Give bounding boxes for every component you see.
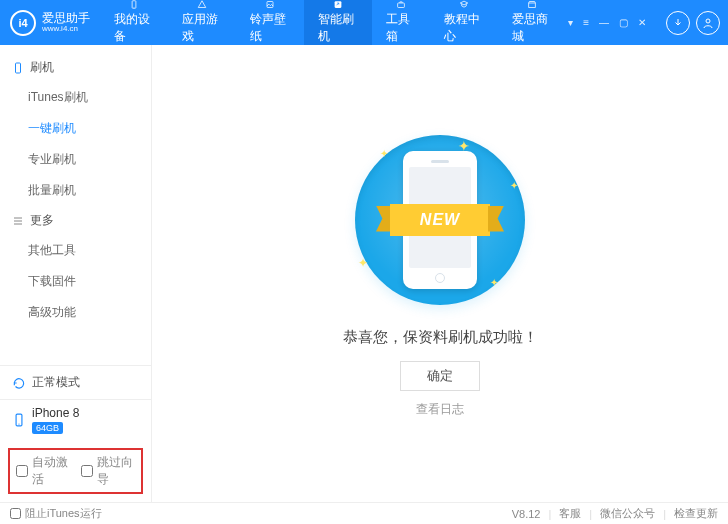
logo-title: 爱思助手 — [42, 11, 90, 25]
section-title: 刷机 — [30, 59, 54, 76]
sidebar-item-pro-flash[interactable]: 专业刷机 — [28, 144, 151, 175]
device-name: iPhone 8 — [32, 406, 79, 420]
content-pane: ✦ ✦ ✦ ✦ ✦ NEW 恭喜您，保资料刷机成功啦！ 确定 查看日志 — [152, 45, 728, 502]
toolbox-icon — [393, 0, 409, 9]
wallpaper-icon — [262, 0, 278, 9]
checkbox-label: 跳过向导 — [97, 454, 136, 488]
svg-point-8 — [18, 424, 19, 425]
phone-icon — [126, 0, 142, 9]
user-icon — [702, 17, 714, 29]
highlighted-options: 自动激活 跳过向导 — [8, 448, 143, 494]
wechat-link[interactable]: 微信公众号 — [600, 506, 655, 521]
header-controls: ▾ ≡ — ▢ ✕ — [566, 11, 728, 35]
tab-label: 智能刷机 — [318, 11, 358, 45]
tab-toolbox[interactable]: 工具箱 — [372, 0, 430, 45]
window-menu-icon[interactable]: ▾ — [566, 17, 575, 28]
sparkle-icon: ✦ — [380, 148, 388, 159]
tab-mall[interactable]: 爱思商城 — [498, 0, 566, 45]
tab-apps[interactable]: 应用游戏 — [168, 0, 236, 45]
user-button[interactable] — [696, 11, 720, 35]
logo: i4 爱思助手 www.i4.cn — [0, 10, 100, 36]
svg-point-1 — [134, 7, 135, 8]
sidebar-item-batch-flash[interactable]: 批量刷机 — [28, 175, 151, 206]
tab-device[interactable]: 我的设备 — [100, 0, 168, 45]
tab-ringtone[interactable]: 铃声壁纸 — [236, 0, 304, 45]
window-close-icon[interactable]: ✕ — [636, 17, 648, 28]
logo-subtitle: www.i4.cn — [42, 25, 90, 34]
tab-label: 工具箱 — [386, 11, 416, 45]
block-itunes-checkbox[interactable]: 阻止iTunes运行 — [10, 506, 102, 521]
download-button[interactable] — [666, 11, 690, 35]
tutorial-icon — [456, 0, 472, 9]
view-log-link[interactable]: 查看日志 — [416, 401, 464, 418]
update-link[interactable]: 检查更新 — [674, 506, 718, 521]
device-row[interactable]: iPhone 8 64GB — [0, 400, 151, 440]
header-tabs: 我的设备 应用游戏 铃声壁纸 智能刷机 工具箱 教程中心 爱思商城 — [100, 0, 566, 45]
sidebar-item-other-tools[interactable]: 其他工具 — [28, 235, 151, 266]
tab-flash[interactable]: 智能刷机 — [304, 0, 372, 45]
sidebar-section-flash[interactable]: 刷机 — [0, 53, 151, 82]
new-ribbon: NEW — [370, 200, 510, 240]
auto-activate-checkbox[interactable]: 自动激活 — [16, 454, 71, 488]
checkbox-label: 阻止iTunes运行 — [25, 506, 102, 521]
success-message: 恭喜您，保资料刷机成功啦！ — [343, 328, 538, 347]
checkbox-input[interactable] — [81, 465, 93, 477]
sidebar-section-more[interactable]: 更多 — [0, 206, 151, 235]
download-icon — [672, 17, 684, 29]
device-mode-row[interactable]: 正常模式 — [0, 366, 151, 400]
confirm-button[interactable]: 确定 — [400, 361, 480, 391]
tab-label: 铃声壁纸 — [250, 11, 290, 45]
sidebar-item-oneclick-flash[interactable]: 一键刷机 — [28, 113, 151, 144]
mall-icon — [524, 0, 540, 9]
tab-label: 教程中心 — [444, 11, 484, 45]
version-label: V8.12 — [512, 508, 541, 520]
status-bar: 阻止iTunes运行 V8.12 | 客服 | 微信公众号 | 检查更新 — [0, 502, 728, 524]
apps-icon — [194, 0, 210, 9]
mode-label: 正常模式 — [32, 374, 80, 391]
flash-icon — [330, 0, 346, 9]
window-settings-icon[interactable]: ≡ — [581, 17, 591, 28]
svg-point-5 — [706, 19, 710, 23]
checkbox-input[interactable] — [10, 508, 21, 519]
phone-outline-icon — [12, 62, 24, 74]
svg-rect-6 — [16, 63, 21, 73]
app-header: i4 爱思助手 www.i4.cn 我的设备 应用游戏 铃声壁纸 智能刷机 工具… — [0, 0, 728, 45]
svg-rect-2 — [267, 2, 273, 8]
tab-label: 爱思商城 — [512, 11, 552, 45]
support-link[interactable]: 客服 — [559, 506, 581, 521]
tab-label: 应用游戏 — [182, 11, 222, 45]
refresh-icon — [12, 376, 26, 390]
sidebar-item-advanced[interactable]: 高级功能 — [28, 297, 151, 328]
checkbox-input[interactable] — [16, 465, 28, 477]
sparkle-icon: ✦ — [358, 256, 368, 270]
svg-rect-4 — [398, 3, 405, 8]
sidebar-item-download-firmware[interactable]: 下载固件 — [28, 266, 151, 297]
logo-icon: i4 — [10, 10, 36, 36]
sidebar-item-itunes-flash[interactable]: iTunes刷机 — [28, 82, 151, 113]
sidebar: 刷机 iTunes刷机 一键刷机 专业刷机 批量刷机 更多 其他工具 下载固件 … — [0, 45, 152, 502]
success-illustration: ✦ ✦ ✦ ✦ ✦ NEW — [340, 130, 540, 310]
sidebar-footer: 正常模式 iPhone 8 64GB 自动激活 跳过向导 — [0, 365, 151, 502]
device-icon — [12, 413, 26, 427]
window-maximize-icon[interactable]: ▢ — [617, 17, 630, 28]
checkbox-label: 自动激活 — [32, 454, 71, 488]
tab-tutorial[interactable]: 教程中心 — [430, 0, 498, 45]
section-title: 更多 — [30, 212, 54, 229]
sparkle-icon: ✦ — [510, 180, 518, 191]
sparkle-icon: ✦ — [490, 277, 498, 288]
list-icon — [12, 215, 24, 227]
main-body: 刷机 iTunes刷机 一键刷机 专业刷机 批量刷机 更多 其他工具 下载固件 … — [0, 45, 728, 502]
skip-wizard-checkbox[interactable]: 跳过向导 — [81, 454, 136, 488]
tab-label: 我的设备 — [114, 11, 154, 45]
window-minimize-icon[interactable]: — — [597, 17, 611, 28]
svg-rect-3 — [335, 1, 342, 8]
ribbon-text: NEW — [390, 204, 490, 236]
device-storage-badge: 64GB — [32, 422, 63, 434]
